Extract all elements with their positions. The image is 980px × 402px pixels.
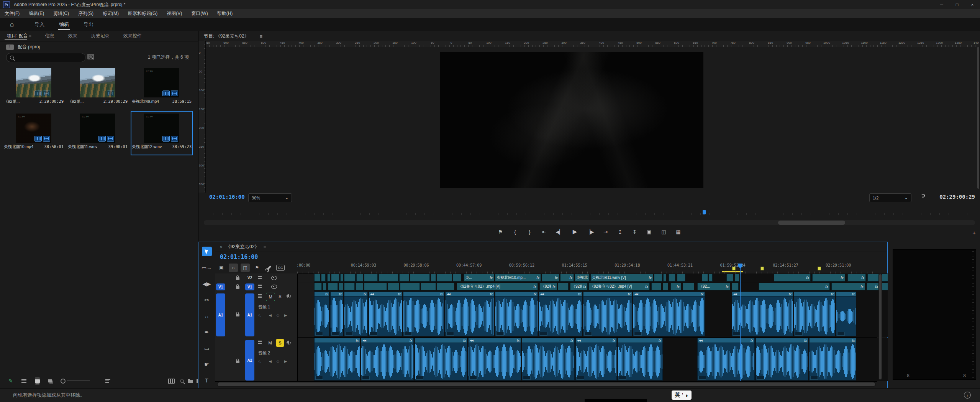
video-clip[interactable] xyxy=(379,274,398,282)
video-clip[interactable] xyxy=(400,283,420,290)
playback-resolution-dropdown[interactable]: 1/2⌄ xyxy=(869,193,911,202)
a1-prev-keyframe-icon[interactable]: ◀ xyxy=(269,313,272,317)
sort-icon[interactable] xyxy=(105,377,110,385)
audio-clip[interactable]: fx xyxy=(522,338,575,381)
video-clip[interactable]: 央...fx xyxy=(464,274,494,282)
audio-clip[interactable]: fx xyxy=(583,292,632,336)
extract-button[interactable]: ↧ xyxy=(632,229,638,235)
audio-clip[interactable]: ◀◀fx xyxy=(575,338,617,381)
video-clip[interactable] xyxy=(683,283,694,290)
folder-up-icon[interactable] xyxy=(6,44,14,50)
video-clip[interactable]: 《92巣立ち02》.mp4 [V]fx xyxy=(457,283,538,290)
slip-tool[interactable]: ↔ xyxy=(202,311,212,321)
video-clip[interactable]: fx xyxy=(560,274,574,282)
video-clip[interactable] xyxy=(340,274,343,282)
breadcrumb[interactable]: 配音.prproj xyxy=(18,44,40,50)
video-clip[interactable]: fx xyxy=(542,274,559,282)
video-clip[interactable]: 央视北国1... xyxy=(575,274,590,282)
a1-voiceover-mic-icon[interactable] xyxy=(287,294,289,297)
menu-item[interactable]: 帮助(H) xyxy=(213,10,238,17)
a2-keyframe-toggle-icon[interactable]: ○, xyxy=(258,359,261,363)
project-item[interactable]: 《92巣...2:29:00:29 xyxy=(3,66,64,110)
audio-clip[interactable]: fx xyxy=(314,338,360,381)
list-view-button[interactable] xyxy=(21,377,26,385)
project-item[interactable]: CCTV央视北国10.mp438:58:01 xyxy=(3,111,64,155)
project-item[interactable]: CCTV央视北国12.wmv38:59:23 xyxy=(131,111,192,155)
insert-overwrite-sequence-toggle[interactable]: ▣ xyxy=(217,264,226,272)
razor-tool[interactable]: ✂ xyxy=(202,295,212,305)
ripple-edit-tool[interactable]: ◀▶ xyxy=(202,279,212,288)
video-clip[interactable] xyxy=(726,274,733,282)
maximize-button[interactable]: □ xyxy=(949,0,965,9)
video-clip[interactable]: fx xyxy=(670,283,681,290)
sequence-marker[interactable] xyxy=(732,267,736,270)
audio-clip[interactable]: ◀◀fx xyxy=(732,292,793,336)
info-icon[interactable]: i xyxy=(964,392,971,399)
workspace-tab-导入[interactable]: 导入 xyxy=(30,19,49,30)
v1-target-toggle[interactable]: V1 xyxy=(245,283,254,290)
video-clip[interactable] xyxy=(702,274,708,282)
video-clip[interactable] xyxy=(321,274,326,282)
video-clip[interactable]: fx xyxy=(759,283,830,290)
video-clip[interactable] xyxy=(314,283,322,290)
video-clip[interactable]: 《92巣立ち02》 ...fx xyxy=(570,283,588,290)
new-bin-button[interactable] xyxy=(188,377,193,385)
a2-add-keyframe-icon[interactable]: ◇ xyxy=(277,359,279,363)
sequence-marker[interactable] xyxy=(760,267,764,270)
video-clip[interactable] xyxy=(453,274,461,282)
project-writable-icon[interactable]: ✎ xyxy=(8,377,13,385)
search-input[interactable] xyxy=(6,53,85,62)
v1-source-patch[interactable]: V1 xyxy=(216,283,225,290)
video-clip[interactable]: 《92巣立ち02》.mp4 [V]fx xyxy=(588,283,650,290)
monitor-vertical-scrollbar[interactable] xyxy=(977,47,980,189)
a1-next-keyframe-icon[interactable]: ▶ xyxy=(284,313,287,317)
timeline-tab[interactable]: 《92巣立ち02》 xyxy=(226,244,259,250)
audio-clip[interactable]: fx xyxy=(415,338,467,381)
program-timecode[interactable]: 02:01:16:00 xyxy=(209,194,245,200)
freeform-view-button[interactable] xyxy=(48,377,52,385)
video-clip[interactable] xyxy=(314,274,320,282)
video-clip[interactable] xyxy=(735,274,739,282)
monitor-scrub-bar[interactable] xyxy=(204,211,975,215)
snap-toggle[interactable]: ∩ xyxy=(229,264,238,272)
program-video-frame[interactable] xyxy=(440,52,703,188)
audio-clip[interactable]: fx xyxy=(330,292,343,336)
panel-tab[interactable]: 效果 xyxy=(61,31,84,41)
timeline-panel-menu-icon[interactable]: ≡ xyxy=(263,244,266,250)
meter-solo-left-button[interactable]: S xyxy=(907,374,910,378)
selection-tool[interactable] xyxy=(202,247,212,256)
workspace-tab-导出[interactable]: 导出 xyxy=(79,19,98,30)
video-clip[interactable] xyxy=(399,274,409,282)
button-editor-plus[interactable]: + xyxy=(972,229,976,236)
go-to-out-button[interactable]: ⇥ xyxy=(603,229,609,235)
video-clip[interactable] xyxy=(388,283,399,290)
multi-camera-button[interactable]: ▦ xyxy=(675,229,682,235)
v2-lock-icon[interactable] xyxy=(236,275,239,280)
panel-tab[interactable]: 信息 xyxy=(38,31,61,41)
video-clip[interactable] xyxy=(356,283,363,290)
v1-toggle-visibility-icon[interactable] xyxy=(271,285,277,289)
video-clip[interactable] xyxy=(328,283,338,290)
audio-clip[interactable]: ◀◀fx xyxy=(445,292,494,336)
captions-button[interactable]: CC xyxy=(276,265,285,271)
a1-target-toggle[interactable]: A1 xyxy=(245,293,254,336)
timeline-settings-button[interactable] xyxy=(264,264,274,272)
menu-item[interactable]: 视图(V) xyxy=(162,10,187,17)
linked-selection-toggle[interactable]: ◫ xyxy=(241,264,250,272)
audio-clip[interactable]: fx xyxy=(618,338,663,381)
timeline-tab-close-icon[interactable]: × xyxy=(220,245,222,249)
video-clip[interactable] xyxy=(663,274,666,282)
ime-indicator[interactable]: 英 ’ ◗ xyxy=(672,390,692,400)
panel-menu-icon[interactable]: ≡ xyxy=(29,33,31,39)
a1-lock-icon[interactable] xyxy=(236,312,239,316)
monitor-playhead-marker[interactable] xyxy=(703,210,706,214)
a2-voiceover-mic-icon[interactable] xyxy=(287,341,289,344)
video-clip[interactable] xyxy=(344,274,356,282)
menu-item[interactable]: 窗口(W) xyxy=(187,10,212,17)
zoom-slider[interactable] xyxy=(61,377,90,385)
v1-sync-icon[interactable] xyxy=(258,285,262,288)
menu-item[interactable]: 图形和标题(G) xyxy=(123,10,162,17)
v2-track-label[interactable]: V2 xyxy=(247,276,252,280)
video-clip[interactable] xyxy=(327,274,330,282)
home-icon[interactable]: ⌂ xyxy=(10,21,14,28)
